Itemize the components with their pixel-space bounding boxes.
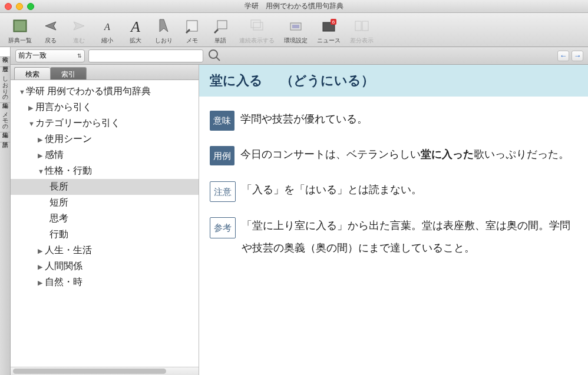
tree-root[interactable]: ▼学研 用例でわかる慣用句辞典 — [11, 84, 199, 99]
vertical-tab-strip: 検索 履歴 しおりの編集 メモの編集 単語 — [0, 47, 11, 375]
chevron-right-icon: ▶ — [28, 104, 35, 112]
scroll-thumb[interactable] — [13, 369, 166, 374]
chevron-right-icon: ▶ — [38, 279, 45, 287]
tree-personality[interactable]: ▼性格・行動 — [11, 163, 199, 179]
section-tag: 参考 — [210, 217, 236, 238]
section-text: 学問や技芸が優れている。 — [240, 108, 577, 131]
window-title: 学研 用例でわかる慣用句辞典 — [5, 1, 583, 11]
tree-nature[interactable]: ▶自然・時 — [11, 274, 199, 290]
svg-rect-13 — [355, 21, 361, 31]
gear-icon — [286, 16, 305, 35]
svg-text:A: A — [104, 22, 110, 32]
chevron-down-icon: ▼ — [28, 120, 35, 127]
chevron-down-icon: ▼ — [38, 168, 45, 175]
entry-body: 意味学問や技芸が優れている。用例今日のコンサートは、ベテランらしい堂に入った歌い… — [199, 97, 588, 284]
panel-tabs: 検索 索引 — [11, 65, 199, 80]
window-titlebar: 学研 用例でわかる慣用句辞典 — [0, 0, 588, 13]
minimize-button[interactable] — [16, 3, 23, 10]
svg-rect-6 — [251, 20, 260, 28]
entry-section: 注意「入る」を「はいる」とは読まない。 — [210, 179, 577, 203]
section-tag: 用例 — [210, 146, 234, 166]
chevron-right-icon: ▶ — [38, 247, 45, 255]
content-panel: 堂に入る （どうにいる） 意味学問や技芸が優れている。用例今日のコンサートは、ベ… — [199, 65, 588, 375]
main-toolbar: 辞典一覧 戻る 進む A 縮小 A 拡大 しおり メモ 単語 連続表示する 環境… — [0, 13, 588, 47]
panel-tab-search[interactable]: 検索 — [14, 67, 50, 79]
vtab-memo-edit[interactable]: メモの編集 — [0, 103, 10, 132]
svg-rect-7 — [253, 22, 263, 30]
font-small-icon: A — [98, 16, 117, 35]
toolbar-shrink[interactable]: A 縮小 — [95, 15, 119, 46]
magnifier-icon — [207, 48, 222, 62]
tree-category[interactable]: ▼カテゴリーから引く — [11, 115, 199, 131]
svg-point-15 — [209, 50, 217, 58]
tree-emotion[interactable]: ▶感情 — [11, 147, 199, 163]
search-bar: 前方一致 ← → — [0, 47, 588, 65]
chevron-down-icon: ▼ — [19, 88, 26, 95]
toolbar-word[interactable]: 単語 — [209, 15, 232, 46]
toolbar-enlarge[interactable]: A 拡大 — [124, 15, 147, 46]
tree-yougen[interactable]: ▶用言から引く — [11, 99, 199, 115]
section-text: 「堂に上り室に入る」から出た言葉。堂は表座敷、室は奥の間。学問や技芸の奥義（奥の… — [242, 215, 577, 260]
section-text: 「入る」を「はいる」とは読まない。 — [242, 179, 577, 201]
memo-icon — [183, 16, 201, 35]
toolbar-forward[interactable]: 進む — [67, 15, 91, 46]
svg-text:A: A — [130, 18, 140, 35]
stack-icon — [247, 16, 266, 35]
split-icon — [352, 16, 371, 35]
close-button[interactable] — [5, 3, 12, 10]
traffic-lights — [5, 3, 34, 10]
main-area: 検索 索引 ▼学研 用例でわかる慣用句辞典 ▶用言から引く ▼カテゴリーから引く… — [11, 65, 588, 375]
search-mode-select[interactable]: 前方一致 — [15, 49, 85, 62]
tree-thinking[interactable]: 思考 — [11, 211, 199, 227]
chevron-right-icon: ▶ — [38, 263, 45, 271]
tree-scene[interactable]: ▶使用シーン — [11, 131, 199, 147]
entry-section: 参考「堂に上り室に入る」から出た言葉。堂は表座敷、室は奥の間。学問や技芸の奥義（… — [210, 215, 577, 260]
book-icon — [11, 16, 29, 35]
entry-header: 堂に入る （どうにいる） — [199, 65, 588, 97]
nav-next-button[interactable]: → — [572, 51, 583, 61]
section-tag: 意味 — [210, 111, 234, 131]
vtab-word[interactable]: 単語 — [0, 132, 10, 142]
vtab-bookmark-edit[interactable]: しおりの編集 — [0, 67, 10, 103]
section-text: 今日のコンサートは、ベテランらしい堂に入った歌いっぷりだった。 — [240, 144, 577, 166]
toolbar-bookmark[interactable]: しおり — [152, 15, 176, 46]
tree-strength[interactable]: 長所 — [11, 179, 199, 195]
zoom-button[interactable] — [27, 3, 34, 10]
toolbar-back[interactable]: 戻る — [39, 15, 62, 46]
svg-rect-1 — [15, 21, 25, 31]
news-badge-icon: 6 — [319, 16, 338, 35]
vtab-search[interactable]: 検索 — [0, 47, 10, 57]
index-panel: 検索 索引 ▼学研 用例でわかる慣用句辞典 ▶用言から引く ▼カテゴリーから引く… — [11, 65, 199, 375]
section-tag: 注意 — [210, 181, 236, 203]
toolbar-memo[interactable]: メモ — [180, 15, 204, 46]
toolbar-dict-list[interactable]: 辞典一覧 — [6, 15, 34, 46]
svg-rect-14 — [362, 21, 368, 31]
search-button[interactable] — [207, 48, 222, 64]
tree-action[interactable]: 行動 — [11, 227, 199, 243]
svg-text:6: 6 — [332, 19, 335, 25]
tree-life[interactable]: ▶人生・生活 — [11, 243, 199, 258]
entry-reading: （どうにいる） — [280, 73, 374, 88]
tree-weakness[interactable]: 短所 — [11, 195, 199, 211]
entry-headword: 堂に入る — [210, 73, 263, 88]
vtab-history[interactable]: 履歴 — [0, 57, 10, 67]
nav-prev-button[interactable]: ← — [557, 51, 569, 61]
bookmark-icon — [154, 16, 173, 35]
toolbar-prefs[interactable]: 環境設定 — [282, 15, 310, 46]
toolbar-news[interactable]: 6 ニュース — [315, 15, 343, 46]
index-tree: ▼学研 用例でわかる慣用句辞典 ▶用言から引く ▼カテゴリーから引く ▶使用シー… — [11, 80, 199, 367]
entry-section: 用例今日のコンサートは、ベテランらしい堂に入った歌いっぷりだった。 — [210, 144, 577, 166]
arrow-right-icon — [70, 16, 88, 35]
horizontal-scrollbar[interactable] — [11, 367, 199, 375]
chevron-right-icon: ▶ — [38, 136, 45, 144]
search-input[interactable] — [88, 49, 203, 62]
arrow-left-icon — [41, 16, 60, 35]
entry-section: 意味学問や技芸が優れている。 — [210, 108, 577, 131]
tree-relations[interactable]: ▶人間関係 — [11, 258, 199, 274]
toolbar-diff: 差分表示 — [348, 15, 376, 46]
svg-line-16 — [216, 57, 220, 61]
panel-tab-index[interactable]: 索引 — [50, 67, 87, 79]
svg-rect-5 — [217, 21, 227, 29]
chevron-right-icon: ▶ — [38, 152, 45, 160]
toolbar-continuous: 連続表示する — [237, 15, 277, 46]
